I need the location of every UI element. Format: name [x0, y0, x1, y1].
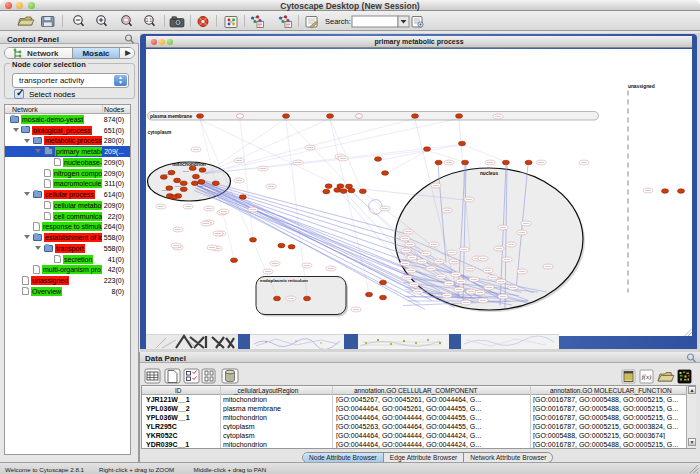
svg-text:1:1: 1:1 [146, 18, 153, 23]
svg-text:cytoplasm: cytoplasm [148, 129, 172, 134]
svg-text:f(x): f(x) [642, 373, 652, 381]
svg-text:Search:: Search: [325, 17, 351, 26]
svg-text:mitochondrion: mitochondrion [172, 162, 206, 167]
svg-text:unassigned: unassigned [628, 83, 655, 88]
svg-text:plasma membrane: plasma membrane [150, 114, 192, 119]
svg-text:endoplasmic reticulum: endoplasmic reticulum [260, 278, 308, 283]
svg-text:nucleus: nucleus [480, 170, 498, 175]
